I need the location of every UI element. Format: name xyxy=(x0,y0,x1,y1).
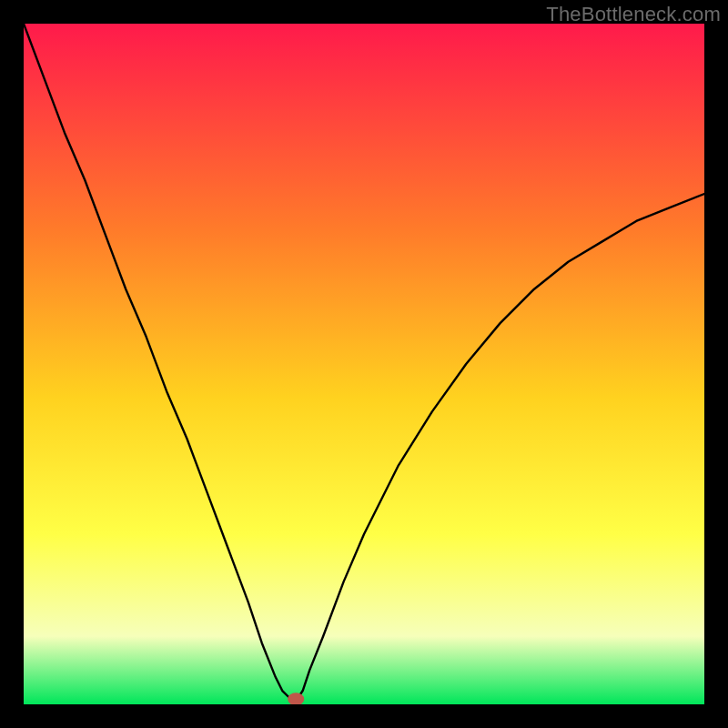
chart-frame: TheBottleneck.com xyxy=(0,0,728,728)
gradient-background xyxy=(24,24,704,704)
plot-area xyxy=(24,24,704,704)
watermark-text: TheBottleneck.com xyxy=(546,3,721,26)
chart-svg xyxy=(24,24,704,704)
